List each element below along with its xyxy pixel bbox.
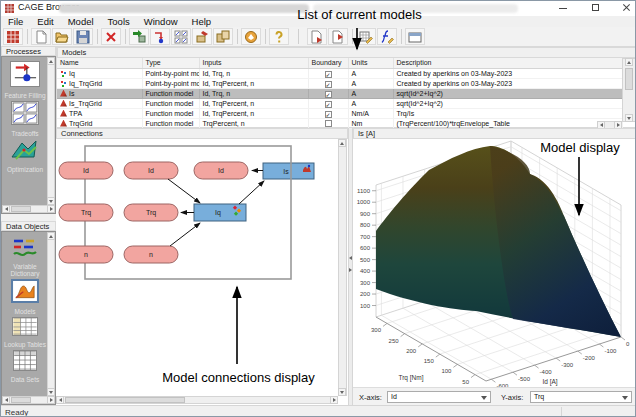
import-cal-icon[interactable] [328,28,348,45]
models-panel: Models Name Type Inputs Boundary Units D… [56,46,636,128]
toolbar [1,27,636,46]
cell-units: Nm/A [348,108,393,118]
tick-label: 600 [360,245,371,251]
cell-description: (TrqPercent/100)*trqEnvelope_Table [393,118,622,128]
table-row[interactable]: Iq_TrqGridPoint-by-point modelId, TrqPer… [57,78,622,88]
menu-file[interactable]: File [1,16,30,27]
grid-line [381,315,491,379]
models-scrollbar-vertical[interactable] [622,58,636,122]
scroll-right-icon [50,398,53,402]
maximize-button[interactable] [585,1,607,15]
sidebar-item-tradeoffs[interactable]: Tradeoffs [2,101,48,137]
menu-model[interactable]: Model [61,16,101,27]
cell-name: Iq [57,68,142,78]
connections-canvas[interactable]: Id Trq n Id Trq n Id Iq Is [56,139,338,396]
processes-scrollbar-vertical[interactable] [47,57,55,205]
data-sets-icon [13,350,37,371]
cell-description: Trq/Is [393,108,622,118]
tick-label: 100 [360,303,371,309]
boundary-checkbox[interactable]: ✓ [325,81,332,88]
open-file-icon[interactable] [52,28,72,45]
tick-label: 100 [441,368,452,374]
tick-label: -400 [540,369,553,375]
function-model-icon [60,100,67,107]
delete-icon[interactable] [101,28,121,45]
save-icon[interactable] [73,28,93,45]
connections-panel: Connections [56,128,348,405]
grid-line [383,323,387,326]
edit-table-icon[interactable] [356,28,376,45]
minimize-button[interactable] [552,1,574,15]
model-label-iq: Iq [215,209,221,217]
sidebar-item-feature-filling[interactable]: Feature Filling [2,61,48,99]
y-axis-select[interactable]: Trq [530,391,632,403]
help-icon[interactable] [269,28,289,45]
boundary-checkbox[interactable]: ✓ [325,71,332,78]
table-row[interactable]: TPAFunction modelId, TrqPercent, n✓Nm/AT… [57,108,622,118]
col-boundary[interactable]: Boundary [308,58,348,68]
cell-description: Created by aperkins on 03-May-2023 [393,68,622,78]
col-name[interactable]: Name [57,58,142,68]
menu-window[interactable]: Window [137,16,185,27]
boundary-checkbox[interactable]: ✓ [325,91,332,98]
connections-scrollbar-vertical[interactable] [338,139,347,396]
boundary-checkbox[interactable]: ✓ [325,111,332,118]
menu-tools[interactable]: Tools [101,16,137,27]
col-units[interactable]: Units [348,58,393,68]
sidebar-item-optimization[interactable]: Optimization [2,139,48,173]
new-package-icon[interactable] [192,28,212,45]
data-objects-scrollbar-vertical[interactable] [47,232,55,396]
cell-inputs: Id, Trq, n [199,68,308,78]
copy-package-icon[interactable] [213,28,233,45]
new-file-icon[interactable] [31,28,51,45]
models-panel-header: Models [57,47,636,58]
import-model-icon[interactable] [129,28,149,45]
sidebar-item-data-sets[interactable]: Data Sets [2,350,48,383]
sidebar-item-models[interactable]: Models [2,279,48,315]
tick-label: 700 [360,234,371,240]
grid-line [436,354,440,357]
optimization-icon[interactable] [241,28,261,45]
close-button[interactable] [615,1,636,15]
cell-type: Point-by-point model [142,78,199,88]
new-feature-icon[interactable] [150,28,170,45]
splitter-collapse-right-icon[interactable] [349,268,352,272]
grid-line [401,334,405,337]
tick-label: 1000 [357,199,371,205]
tick-label: 200 [360,291,371,297]
splitter-collapse-left-icon[interactable] [349,256,352,260]
sidebar-item-variable-dictionary[interactable]: Variable Dictionary [2,236,48,277]
boundary-checkbox[interactable] [325,120,332,127]
cage-browser-icon[interactable] [3,28,23,45]
menu-help[interactable]: Help [185,16,219,27]
table-row[interactable]: IqPoint-by-point modelId, Trq, n✓ACreate… [57,68,622,78]
export-cal-icon[interactable] [307,28,327,45]
table-row[interactable]: Is_TrqGridFunction modelId, TrqPercent, … [57,98,622,108]
surface-plot[interactable]: Trq [Nm] Id [A] 100200300400500600700800… [353,139,636,387]
tick-label: -300 [561,362,574,368]
processes-scrollbar-horizontal[interactable] [2,205,55,213]
sidebar-item-lookup-tables[interactable]: Lookup Tables [2,317,48,348]
col-inputs[interactable]: Inputs [199,58,308,68]
view-window-icon[interactable] [405,28,425,45]
table-row[interactable]: IsFunction modelId, Trq, n✓Asqrt(Id^2+Iq… [57,88,622,98]
x-axis-select[interactable]: Id [387,391,491,403]
table-row[interactable]: TrqGridFunction modelTrqPercent, nNm(Trq… [57,118,622,128]
boundary-checkbox[interactable]: ✓ [325,101,332,108]
col-description[interactable]: Description [393,58,622,68]
tick-label: 1100 [357,188,371,194]
new-tradeoff-icon[interactable] [171,28,191,45]
tick-label: 300 [371,327,382,333]
function-model-icon [60,90,67,97]
edit-function-icon[interactable] [377,28,397,45]
cell-boundary: ✓ [308,108,348,118]
connections-scrollbar-horizontal[interactable] [56,396,338,404]
model-label-is: Is [283,168,289,175]
col-type[interactable]: Type [142,58,199,68]
redacted-path [59,4,309,13]
models-icon [11,279,39,303]
menu-edit[interactable]: Edit [30,16,60,27]
grid-line [578,351,582,354]
scroll-down-icon [49,200,53,203]
data-objects-scrollbar-horizontal[interactable] [2,396,55,404]
